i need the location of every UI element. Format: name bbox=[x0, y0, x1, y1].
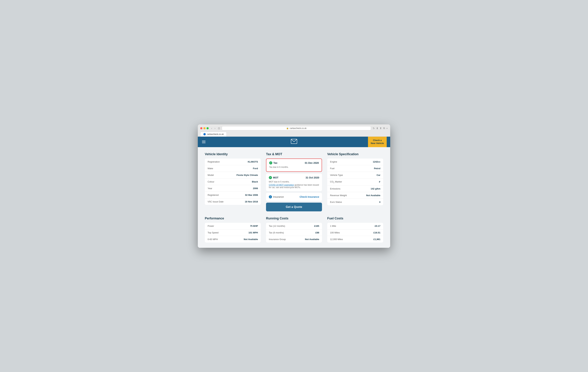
co2-value: F bbox=[379, 181, 380, 183]
reg-value: KL06OTS bbox=[248, 160, 258, 163]
tab-favicon: 🔵 bbox=[203, 133, 206, 135]
share-button[interactable]: ⬆ bbox=[380, 127, 382, 130]
fuel-label: Fuel bbox=[330, 167, 334, 170]
hamburger-menu[interactable] bbox=[201, 140, 206, 144]
fuel-costs-title: Fuel Costs bbox=[327, 217, 383, 220]
colour-value: Black bbox=[252, 181, 258, 183]
table-row: Make Ford bbox=[205, 165, 261, 172]
table-row: Tax (6 months) £88 bbox=[266, 229, 322, 236]
table-row: Power 75 BHP bbox=[205, 223, 261, 229]
make-label: Make bbox=[208, 167, 213, 170]
year-label: Year bbox=[208, 187, 212, 190]
model-label: Model bbox=[208, 174, 214, 176]
vehicle-identity-title: Vehicle Identity bbox=[205, 152, 261, 156]
url-text: cartaxcheck.co.uk bbox=[290, 127, 307, 129]
download-button[interactable]: ⬇ bbox=[376, 127, 378, 130]
refresh-button[interactable]: ↻ bbox=[373, 127, 375, 130]
address-bar[interactable]: 🔒 cartaxcheck.co.uk bbox=[222, 126, 371, 130]
engine-value: 1242cc bbox=[373, 160, 380, 163]
zero-sixty-label: 0-60 MPH bbox=[208, 238, 218, 241]
vehicle-spec-title: Vehicle Specification bbox=[327, 152, 383, 156]
vehicle-type-value: Car bbox=[377, 174, 380, 176]
table-row: CO2 Marker F bbox=[327, 179, 383, 186]
top-speed-label: Top Speed bbox=[208, 231, 219, 234]
table-row: Top Speed 101 MPH bbox=[205, 229, 261, 236]
check-insurance-link[interactable]: Check Insurance bbox=[300, 195, 319, 198]
table-row: Engine 1242cc bbox=[327, 159, 383, 165]
mot-card: ✓ MOT 31 Oct 2020 MOT due in 5 months. C… bbox=[266, 174, 322, 191]
table-row: Registration KL06OTS bbox=[205, 159, 261, 165]
table-row: Year 2006 bbox=[205, 185, 261, 192]
colour-label: Colour bbox=[208, 181, 214, 183]
fuel-costs-section: Fuel Costs 1 Mile £0.17 100 Miles £16.51… bbox=[327, 217, 383, 243]
vehicle-identity-section: Vehicle Identity Registration KL06OTS Ma… bbox=[205, 152, 261, 211]
maximize-button[interactable] bbox=[207, 127, 209, 129]
top-speed-value: 101 MPH bbox=[249, 231, 258, 234]
hundred-miles-label: 100 Miles bbox=[330, 231, 340, 234]
co2-label: CO2 Marker bbox=[330, 181, 342, 183]
table-row: Emissions 142 g/km bbox=[327, 185, 383, 192]
table-row: Euro Status 4 bbox=[327, 199, 383, 205]
header-logo bbox=[291, 139, 297, 145]
bottom-sections: Performance Power 75 BHP Top Speed 101 M… bbox=[198, 217, 390, 248]
info-icon: i bbox=[269, 195, 272, 198]
reg-label: Registration bbox=[208, 160, 220, 163]
tax-text: Tax bbox=[273, 161, 277, 164]
mot-check-icon: ✓ bbox=[269, 176, 272, 179]
running-costs-section: Running Costs Tax (12 months) £165 Tax (… bbox=[266, 217, 322, 243]
vehicle-type-label: Vehicle Type bbox=[330, 174, 343, 176]
mot-date: 31 Oct 2020 bbox=[305, 176, 319, 179]
power-label: Power bbox=[208, 225, 214, 227]
revenue-weight-value: Not Available bbox=[366, 194, 380, 197]
emissions-value: 142 g/km bbox=[371, 187, 380, 190]
vehicle-identity-card: Registration KL06OTS Make Ford Model Fie… bbox=[205, 159, 261, 205]
app-container: Check aNew Vehicle Vehicle Identity Regi… bbox=[198, 137, 390, 248]
covid-link[interactable]: COVID-19 MOT exemption bbox=[269, 184, 294, 186]
tab-label: cartaxcheck.co.uk bbox=[207, 133, 224, 135]
running-costs-title: Running Costs bbox=[266, 217, 322, 220]
duplicate-button[interactable]: ⧉ bbox=[383, 127, 385, 130]
engine-label: Engine bbox=[330, 160, 337, 163]
back-button[interactable]: ‹ bbox=[210, 127, 213, 130]
vehicle-spec-section: Vehicle Specification Engine 1242cc Fuel… bbox=[327, 152, 383, 211]
make-value: Ford bbox=[253, 167, 258, 170]
tax-label: ✓ Tax bbox=[269, 161, 277, 164]
close-button[interactable] bbox=[200, 127, 202, 129]
tax6-label: Tax (6 months) bbox=[269, 231, 284, 234]
browser-chrome: ‹ › ⊡ 🔒 cartaxcheck.co.uk ↻ ⬇ ⬆ ⧉ + 🔵 ca… bbox=[198, 124, 390, 137]
minimize-button[interactable] bbox=[203, 127, 206, 129]
twelve-thousand-miles-value: £1,981 bbox=[373, 238, 380, 241]
year-value: 2006 bbox=[253, 187, 258, 190]
euro-status-label: Euro Status bbox=[330, 201, 342, 203]
vehicle-spec-card: Engine 1242cc Fuel Petrol Vehicle Type C… bbox=[327, 159, 383, 205]
table-row: 1 Mile £0.17 bbox=[327, 223, 383, 229]
fuel-costs-card: 1 Mile £0.17 100 Miles £16.51 12,000 Mil… bbox=[327, 223, 383, 243]
browser-window: ‹ › ⊡ 🔒 cartaxcheck.co.uk ↻ ⬇ ⬆ ⧉ + 🔵 ca… bbox=[198, 124, 390, 248]
performance-title: Performance bbox=[205, 217, 261, 220]
sidebar-toggle[interactable]: ⊡ bbox=[218, 127, 220, 130]
add-tab-button[interactable]: + bbox=[386, 127, 388, 130]
table-row: Registered 02 Mar 2006 bbox=[205, 192, 261, 198]
euro-status-value: 4 bbox=[379, 201, 380, 203]
tax-mot-section: Tax & MOT ✓ Tax 01 Dec 2020 Tax due in 6… bbox=[266, 152, 322, 211]
registered-label: Registered bbox=[208, 194, 219, 196]
insurance-group-label: Insurance Group bbox=[269, 238, 286, 241]
tax12-value: £165 bbox=[314, 225, 319, 227]
emissions-label: Emissions bbox=[330, 187, 340, 190]
tax-card: ✓ Tax 01 Dec 2020 Tax due in 6 months. bbox=[266, 159, 322, 172]
tax12-label: Tax (12 months) bbox=[269, 225, 285, 227]
active-tab[interactable]: 🔵 cartaxcheck.co.uk bbox=[200, 132, 227, 137]
check-new-vehicle-button[interactable]: Check aNew Vehicle bbox=[368, 137, 387, 147]
mot-subtitle: MOT due in 5 months. bbox=[269, 181, 319, 183]
table-row: Tax (12 months) £165 bbox=[266, 223, 322, 229]
fuel-value: Petrol bbox=[374, 167, 380, 170]
running-costs-card: Tax (12 months) £165 Tax (6 months) £88 … bbox=[266, 223, 322, 243]
forward-button[interactable]: › bbox=[214, 127, 216, 130]
table-row: Vehicle Type Car bbox=[327, 172, 383, 179]
mot-text: MOT bbox=[273, 176, 278, 179]
table-row: 100 Miles £16.51 bbox=[327, 229, 383, 236]
table-row: Insurance Group Not Available bbox=[266, 236, 322, 243]
insurance-row: i Insurance Check Insurance bbox=[266, 193, 322, 201]
get-quote-button[interactable]: Get a Quote bbox=[266, 203, 322, 211]
app-header: Check aNew Vehicle bbox=[198, 137, 390, 147]
